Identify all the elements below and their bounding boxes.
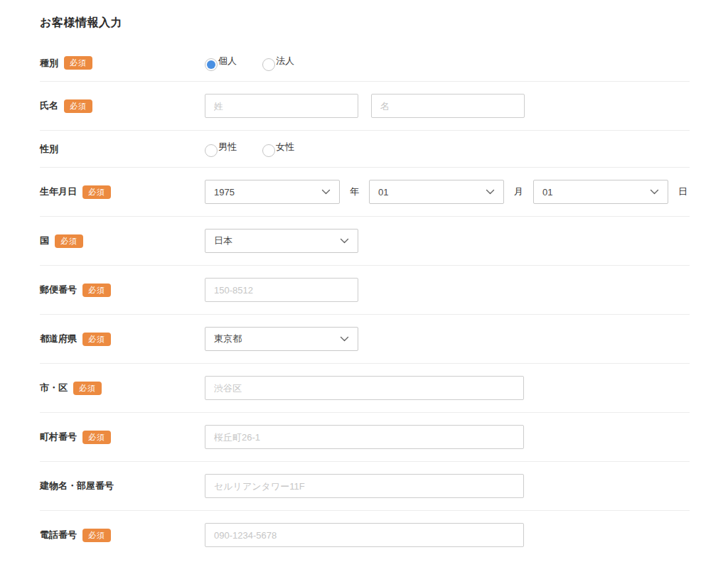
gender-radio-group: 男性 女性 — [205, 141, 320, 157]
field-label-street: 町村番号 必須 — [40, 431, 205, 444]
unit-month-label: 月 — [514, 185, 523, 198]
postal-code-input[interactable] — [205, 278, 358, 302]
form-row-phone: 電話番号 必須 — [40, 511, 690, 559]
field-label-text: 郵便番号 — [40, 284, 77, 296]
required-badge: 必須 — [64, 99, 92, 113]
first-name-input[interactable] — [371, 94, 525, 118]
field-label-gender: 性別 — [40, 143, 205, 156]
birth-day-select[interactable]: 01 — [533, 180, 668, 204]
birth-year-value: 1975 — [214, 187, 235, 198]
required-badge: 必須 — [82, 431, 111, 444]
required-badge: 必須 — [64, 56, 92, 70]
field-label-text: 種別 — [40, 57, 58, 70]
page-title: お客様情報入力 — [40, 16, 690, 31]
form-row-prefecture: 都道府県 必須 東京都 — [40, 315, 690, 364]
radio-option-individual[interactable]: 個人 — [205, 55, 237, 71]
radio-option-label: 男性 — [218, 141, 237, 153]
field-label-birthdate: 生年月日 必須 — [40, 185, 205, 199]
radio-selected-icon[interactable] — [205, 58, 218, 71]
form-row-birthdate: 生年月日 必須 1975 年 01 月 01 — [40, 168, 690, 217]
country-select[interactable]: 日本 — [205, 229, 358, 253]
field-label-text: 都道府県 — [40, 333, 77, 345]
name-inputs — [205, 94, 525, 118]
phone-input[interactable] — [205, 523, 524, 547]
birth-year-select[interactable]: 1975 — [205, 180, 340, 204]
form-row-name: 氏名 必須 — [40, 82, 690, 131]
field-label-text: 性別 — [40, 143, 58, 156]
street-input[interactable] — [205, 425, 524, 449]
radio-option-label: 法人 — [276, 55, 294, 68]
field-label-text: 氏名 — [40, 99, 58, 112]
chevron-down-icon — [486, 189, 495, 195]
radio-unselected-icon[interactable] — [262, 144, 275, 157]
radio-unselected-icon[interactable] — [262, 58, 275, 71]
radio-option-male[interactable]: 男性 — [205, 141, 237, 157]
birth-month-select[interactable]: 01 — [369, 180, 504, 204]
form-row-type: 種別 必須 個人 法人 — [40, 48, 690, 82]
chevron-down-icon — [340, 336, 349, 342]
field-label-text: 建物名・部屋番号 — [40, 480, 114, 492]
field-label-text: 国 — [40, 234, 49, 247]
field-label-phone: 電話番号 必須 — [40, 529, 205, 542]
required-badge: 必須 — [55, 234, 83, 248]
radio-option-label: 女性 — [276, 141, 294, 153]
prefecture-value: 東京都 — [214, 333, 242, 345]
customer-info-form: お客様情報入力 種別 必須 個人 法人 氏名 必須 — [0, 0, 728, 567]
form-row-street: 町村番号 必須 — [40, 413, 690, 462]
unit-day-label: 日 — [678, 185, 687, 198]
field-label-text: 町村番号 — [40, 431, 77, 443]
form-row-country: 国 必須 日本 — [40, 217, 690, 266]
city-input[interactable] — [205, 376, 524, 400]
chevron-down-icon — [650, 189, 659, 195]
form-row-postal-code: 郵便番号 必須 — [40, 266, 690, 315]
last-name-input[interactable] — [205, 94, 358, 118]
unit-year-label: 年 — [350, 185, 359, 198]
form-row-gender: 性別 男性 女性 — [40, 131, 690, 168]
birth-day-value: 01 — [542, 187, 552, 198]
required-badge: 必須 — [82, 185, 111, 199]
field-label-type: 種別 必須 — [40, 56, 205, 70]
radio-option-corporate[interactable]: 法人 — [262, 55, 294, 71]
required-badge: 必須 — [82, 284, 111, 297]
required-badge: 必須 — [73, 382, 102, 395]
field-label-country: 国 必須 — [40, 234, 205, 248]
field-label-name: 氏名 必須 — [40, 99, 205, 113]
radio-option-female[interactable]: 女性 — [262, 141, 294, 157]
form-row-building: 建物名・部屋番号 — [40, 462, 690, 511]
required-badge: 必須 — [82, 529, 111, 542]
field-label-text: 市・区 — [40, 382, 68, 394]
field-label-city: 市・区 必須 — [40, 382, 205, 395]
field-label-postal-code: 郵便番号 必須 — [40, 284, 205, 297]
radio-option-label: 個人 — [218, 55, 237, 68]
chevron-down-icon — [340, 238, 349, 244]
type-radio-group: 個人 法人 — [205, 55, 320, 71]
field-label-building: 建物名・部屋番号 — [40, 480, 205, 492]
prefecture-select[interactable]: 東京都 — [205, 327, 358, 351]
field-label-text: 電話番号 — [40, 529, 77, 541]
form-row-city: 市・区 必須 — [40, 364, 690, 413]
country-value: 日本 — [214, 234, 232, 247]
chevron-down-icon — [321, 189, 331, 195]
required-badge: 必須 — [82, 333, 111, 346]
building-input[interactable] — [205, 474, 524, 498]
radio-unselected-icon[interactable] — [205, 144, 218, 157]
birthdate-selects: 1975 年 01 月 01 日 — [205, 180, 687, 204]
birth-month-value: 01 — [378, 187, 388, 198]
field-label-prefecture: 都道府県 必須 — [40, 333, 205, 346]
field-label-text: 生年月日 — [40, 185, 77, 198]
